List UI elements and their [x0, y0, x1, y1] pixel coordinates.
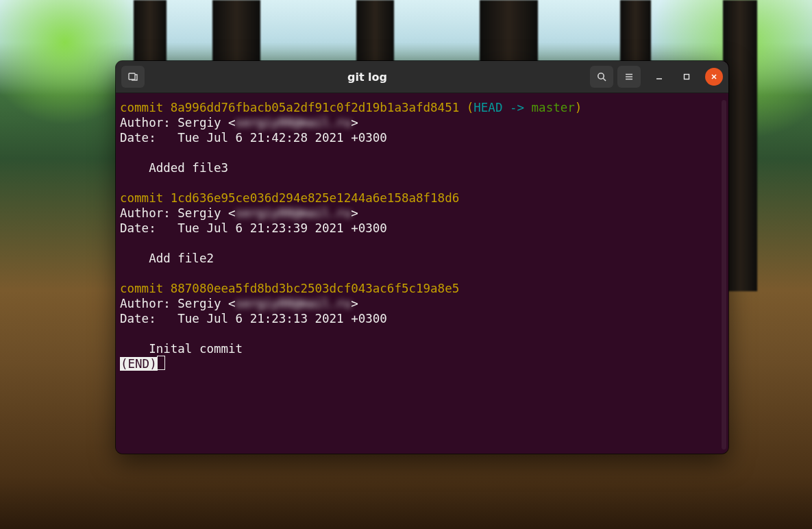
author-line: Author: Sergiy <sergiy00@mail.ru>	[120, 297, 358, 310]
commit-line: commit 1cd636e95ce036d294e825e1244a6e158…	[120, 191, 459, 205]
commit-message: Added file3	[120, 161, 228, 175]
minimize-button[interactable]	[650, 68, 668, 86]
date-line: Date: Tue Jul 6 21:23:39 2021 +0300	[120, 221, 387, 235]
maximize-button[interactable]	[678, 68, 696, 86]
desktop-background: git log commit 8a996dd76fbacb05a2df	[0, 0, 812, 529]
svg-point-1	[598, 73, 604, 79]
terminal-output[interactable]: commit 8a996dd76fbacb05a2df91c0f2d19b1a3…	[116, 93, 728, 454]
terminal-window: git log commit 8a996dd76fbacb05a2df	[116, 61, 728, 454]
head-ref: HEAD ->	[473, 101, 531, 114]
new-tab-button[interactable]	[121, 66, 145, 88]
author-line: Author: Sergiy <sergiy00@mail.ru>	[120, 206, 358, 220]
author-line: Author: Sergiy <sergiy00@mail.ru>	[120, 116, 358, 130]
close-button[interactable]	[705, 68, 723, 86]
date-line: Date: Tue Jul 6 21:42:28 2021 +0300	[120, 131, 387, 145]
pager-end-marker: (END)	[120, 357, 158, 371]
date-line: Date: Tue Jul 6 21:23:13 2021 +0300	[120, 312, 387, 325]
svg-rect-2	[685, 75, 689, 79]
commit-message: Add file2	[120, 251, 214, 265]
commit-message: Inital commit	[120, 342, 243, 356]
window-titlebar: git log	[116, 61, 728, 93]
terminal-cursor	[158, 356, 164, 369]
commit-line: commit 8a996dd76fbacb05a2df91c0f2d19b1a3…	[120, 101, 459, 114]
search-button[interactable]	[590, 66, 613, 88]
branch-ref: master	[532, 101, 575, 114]
hamburger-menu-button[interactable]	[617, 66, 641, 88]
window-title: git log	[149, 71, 586, 84]
commit-line: commit 887080eea5fd8bd3bc2503dcf043ac6f5…	[120, 282, 459, 295]
svg-rect-0	[129, 73, 135, 79]
scrollbar[interactable]	[722, 100, 726, 450]
